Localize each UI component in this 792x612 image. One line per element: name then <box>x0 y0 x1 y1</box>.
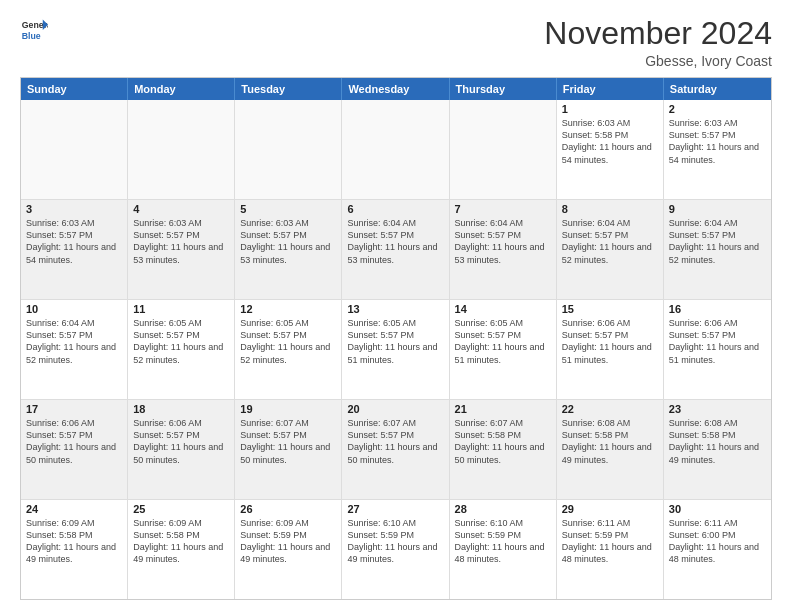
day-number: 2 <box>669 103 766 115</box>
day-number: 11 <box>133 303 229 315</box>
weekday-header: Wednesday <box>342 78 449 100</box>
calendar-cell: 24Sunrise: 6:09 AMSunset: 5:58 PMDayligh… <box>21 500 128 599</box>
svg-text:Blue: Blue <box>22 31 41 41</box>
calendar-cell: 11Sunrise: 6:05 AMSunset: 5:57 PMDayligh… <box>128 300 235 399</box>
weekday-header: Thursday <box>450 78 557 100</box>
day-info: Sunrise: 6:04 AMSunset: 5:57 PMDaylight:… <box>347 217 443 266</box>
day-number: 10 <box>26 303 122 315</box>
page: General Blue November 2024 Gbesse, Ivory… <box>0 0 792 612</box>
calendar-cell: 10Sunrise: 6:04 AMSunset: 5:57 PMDayligh… <box>21 300 128 399</box>
calendar-header: SundayMondayTuesdayWednesdayThursdayFrid… <box>21 78 771 100</box>
calendar-cell: 22Sunrise: 6:08 AMSunset: 5:58 PMDayligh… <box>557 400 664 499</box>
day-info: Sunrise: 6:05 AMSunset: 5:57 PMDaylight:… <box>133 317 229 366</box>
calendar-cell <box>342 100 449 199</box>
calendar-cell: 13Sunrise: 6:05 AMSunset: 5:57 PMDayligh… <box>342 300 449 399</box>
day-info: Sunrise: 6:03 AMSunset: 5:57 PMDaylight:… <box>133 217 229 266</box>
day-info: Sunrise: 6:04 AMSunset: 5:57 PMDaylight:… <box>455 217 551 266</box>
day-number: 4 <box>133 203 229 215</box>
day-number: 1 <box>562 103 658 115</box>
calendar-cell: 17Sunrise: 6:06 AMSunset: 5:57 PMDayligh… <box>21 400 128 499</box>
calendar-cell: 6Sunrise: 6:04 AMSunset: 5:57 PMDaylight… <box>342 200 449 299</box>
day-number: 18 <box>133 403 229 415</box>
day-number: 7 <box>455 203 551 215</box>
day-number: 15 <box>562 303 658 315</box>
calendar-cell: 28Sunrise: 6:10 AMSunset: 5:59 PMDayligh… <box>450 500 557 599</box>
title-block: November 2024 Gbesse, Ivory Coast <box>544 16 772 69</box>
day-number: 30 <box>669 503 766 515</box>
logo: General Blue <box>20 16 48 44</box>
day-number: 27 <box>347 503 443 515</box>
day-number: 22 <box>562 403 658 415</box>
day-info: Sunrise: 6:11 AMSunset: 5:59 PMDaylight:… <box>562 517 658 566</box>
day-info: Sunrise: 6:11 AMSunset: 6:00 PMDaylight:… <box>669 517 766 566</box>
day-info: Sunrise: 6:07 AMSunset: 5:57 PMDaylight:… <box>347 417 443 466</box>
calendar-body: 1Sunrise: 6:03 AMSunset: 5:58 PMDaylight… <box>21 100 771 599</box>
day-info: Sunrise: 6:06 AMSunset: 5:57 PMDaylight:… <box>133 417 229 466</box>
day-number: 19 <box>240 403 336 415</box>
day-info: Sunrise: 6:10 AMSunset: 5:59 PMDaylight:… <box>347 517 443 566</box>
day-info: Sunrise: 6:06 AMSunset: 5:57 PMDaylight:… <box>562 317 658 366</box>
calendar-row: 1Sunrise: 6:03 AMSunset: 5:58 PMDaylight… <box>21 100 771 200</box>
day-info: Sunrise: 6:06 AMSunset: 5:57 PMDaylight:… <box>669 317 766 366</box>
calendar-row: 10Sunrise: 6:04 AMSunset: 5:57 PMDayligh… <box>21 300 771 400</box>
day-info: Sunrise: 6:03 AMSunset: 5:57 PMDaylight:… <box>669 117 766 166</box>
calendar-cell: 20Sunrise: 6:07 AMSunset: 5:57 PMDayligh… <box>342 400 449 499</box>
day-number: 29 <box>562 503 658 515</box>
calendar-row: 17Sunrise: 6:06 AMSunset: 5:57 PMDayligh… <box>21 400 771 500</box>
day-info: Sunrise: 6:10 AMSunset: 5:59 PMDaylight:… <box>455 517 551 566</box>
calendar-cell <box>21 100 128 199</box>
day-info: Sunrise: 6:09 AMSunset: 5:58 PMDaylight:… <box>26 517 122 566</box>
day-number: 28 <box>455 503 551 515</box>
day-info: Sunrise: 6:08 AMSunset: 5:58 PMDaylight:… <box>562 417 658 466</box>
calendar-cell: 16Sunrise: 6:06 AMSunset: 5:57 PMDayligh… <box>664 300 771 399</box>
day-number: 14 <box>455 303 551 315</box>
day-number: 24 <box>26 503 122 515</box>
day-number: 20 <box>347 403 443 415</box>
day-info: Sunrise: 6:09 AMSunset: 5:59 PMDaylight:… <box>240 517 336 566</box>
weekday-header: Monday <box>128 78 235 100</box>
calendar-cell: 15Sunrise: 6:06 AMSunset: 5:57 PMDayligh… <box>557 300 664 399</box>
day-number: 26 <box>240 503 336 515</box>
calendar-row: 24Sunrise: 6:09 AMSunset: 5:58 PMDayligh… <box>21 500 771 599</box>
calendar-cell: 1Sunrise: 6:03 AMSunset: 5:58 PMDaylight… <box>557 100 664 199</box>
calendar-cell: 2Sunrise: 6:03 AMSunset: 5:57 PMDaylight… <box>664 100 771 199</box>
calendar-cell: 29Sunrise: 6:11 AMSunset: 5:59 PMDayligh… <box>557 500 664 599</box>
day-info: Sunrise: 6:09 AMSunset: 5:58 PMDaylight:… <box>133 517 229 566</box>
calendar-cell: 25Sunrise: 6:09 AMSunset: 5:58 PMDayligh… <box>128 500 235 599</box>
day-number: 5 <box>240 203 336 215</box>
day-number: 21 <box>455 403 551 415</box>
calendar-cell: 12Sunrise: 6:05 AMSunset: 5:57 PMDayligh… <box>235 300 342 399</box>
day-info: Sunrise: 6:04 AMSunset: 5:57 PMDaylight:… <box>562 217 658 266</box>
day-number: 17 <box>26 403 122 415</box>
day-number: 9 <box>669 203 766 215</box>
day-number: 16 <box>669 303 766 315</box>
calendar-cell: 3Sunrise: 6:03 AMSunset: 5:57 PMDaylight… <box>21 200 128 299</box>
day-info: Sunrise: 6:05 AMSunset: 5:57 PMDaylight:… <box>347 317 443 366</box>
calendar-cell: 5Sunrise: 6:03 AMSunset: 5:57 PMDaylight… <box>235 200 342 299</box>
day-info: Sunrise: 6:06 AMSunset: 5:57 PMDaylight:… <box>26 417 122 466</box>
calendar-cell: 27Sunrise: 6:10 AMSunset: 5:59 PMDayligh… <box>342 500 449 599</box>
calendar-cell <box>450 100 557 199</box>
day-number: 6 <box>347 203 443 215</box>
day-info: Sunrise: 6:04 AMSunset: 5:57 PMDaylight:… <box>669 217 766 266</box>
calendar-cell: 14Sunrise: 6:05 AMSunset: 5:57 PMDayligh… <box>450 300 557 399</box>
calendar: SundayMondayTuesdayWednesdayThursdayFrid… <box>20 77 772 600</box>
day-info: Sunrise: 6:03 AMSunset: 5:58 PMDaylight:… <box>562 117 658 166</box>
calendar-cell: 23Sunrise: 6:08 AMSunset: 5:58 PMDayligh… <box>664 400 771 499</box>
weekday-header: Friday <box>557 78 664 100</box>
weekday-header: Tuesday <box>235 78 342 100</box>
calendar-cell <box>235 100 342 199</box>
day-number: 13 <box>347 303 443 315</box>
day-info: Sunrise: 6:05 AMSunset: 5:57 PMDaylight:… <box>240 317 336 366</box>
location: Gbesse, Ivory Coast <box>544 53 772 69</box>
day-number: 25 <box>133 503 229 515</box>
day-info: Sunrise: 6:05 AMSunset: 5:57 PMDaylight:… <box>455 317 551 366</box>
day-info: Sunrise: 6:03 AMSunset: 5:57 PMDaylight:… <box>26 217 122 266</box>
day-info: Sunrise: 6:07 AMSunset: 5:57 PMDaylight:… <box>240 417 336 466</box>
calendar-cell <box>128 100 235 199</box>
logo-icon: General Blue <box>20 16 48 44</box>
day-number: 23 <box>669 403 766 415</box>
day-info: Sunrise: 6:03 AMSunset: 5:57 PMDaylight:… <box>240 217 336 266</box>
weekday-header: Saturday <box>664 78 771 100</box>
day-number: 3 <box>26 203 122 215</box>
